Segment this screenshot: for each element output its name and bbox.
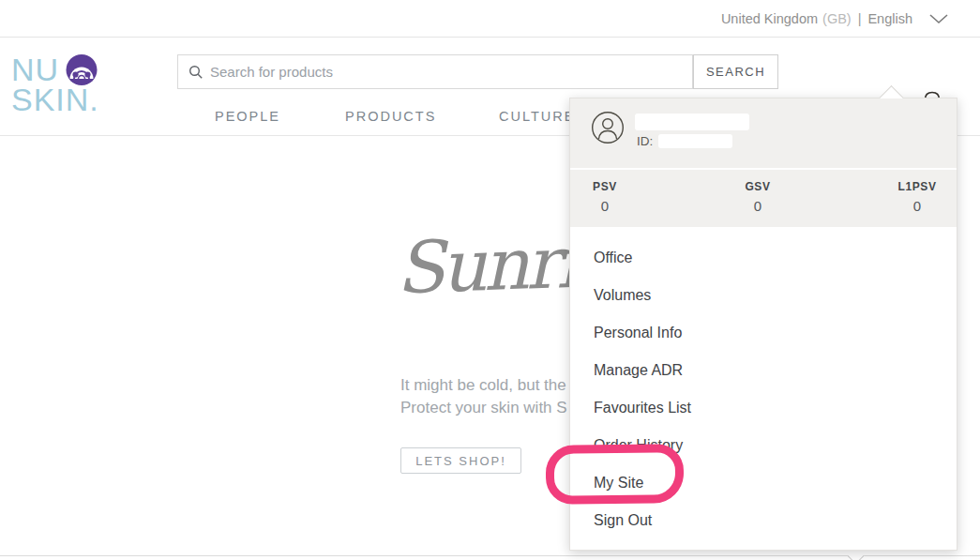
stat-l1psv-label: L1PSV — [897, 180, 936, 193]
search-input[interactable] — [178, 55, 692, 88]
nav-item-products[interactable]: PRODUCTS — [345, 109, 436, 124]
menu-item-volumes[interactable]: Volumes — [570, 277, 957, 314]
volume-stats: PSV 0 GSV 0 L1PSV 0 — [570, 170, 957, 227]
redacted-user-name — [635, 114, 749, 130]
stat-gsv-label: GSV — [745, 180, 770, 193]
search-box — [177, 54, 693, 89]
screen: United Kingdom (GB) | English NU SKIN. — [0, 0, 980, 560]
avatar — [591, 111, 625, 148]
locale-selector[interactable]: United Kingdom (GB) | English — [721, 0, 949, 38]
menu-item-my-site[interactable]: My Site — [570, 464, 957, 502]
locale-language: English — [867, 11, 912, 26]
search-button[interactable]: SEARCH — [693, 54, 778, 89]
account-menu-list: Office Volumes Personal Info Manage ADR … — [570, 227, 957, 550]
menu-item-sign-out[interactable]: Sign Out — [570, 502, 957, 539]
section-divider — [0, 555, 980, 556]
stat-psv: PSV 0 — [593, 180, 617, 214]
menu-item-office[interactable]: Office — [570, 239, 957, 277]
nav-item-culture[interactable]: CULTURE — [499, 109, 575, 124]
account-dropdown: ID: PSV 0 GSV 0 L1PSV 0 Office Volumes P… — [569, 98, 957, 551]
lets-shop-button[interactable]: LETS SHOP! — [400, 447, 521, 474]
stat-gsv: GSV 0 — [745, 180, 770, 214]
stat-l1psv: L1PSV 0 — [897, 180, 936, 214]
nuskin-logo-icon: NU SKIN. — [11, 54, 101, 116]
person-circle-icon — [591, 111, 625, 144]
nuskin-logo[interactable]: NU SKIN. — [11, 54, 101, 120]
stat-gsv-value: 0 — [745, 198, 770, 214]
stat-psv-label: PSV — [593, 180, 617, 193]
chevron-down-icon — [928, 13, 949, 24]
account-header: ID: — [570, 98, 957, 168]
hero-text-line2: Protect your skin with S — [400, 399, 567, 417]
locale-separator: | — [858, 11, 862, 26]
svg-text:SKIN.: SKIN. — [11, 82, 99, 116]
menu-item-order-history[interactable]: Order History — [570, 427, 957, 464]
nav-item-people[interactable]: PEOPLE — [215, 109, 280, 124]
menu-item-manage-adr[interactable]: Manage ADR — [570, 352, 957, 389]
stat-psv-value: 0 — [593, 198, 617, 214]
locale-country-code: (GB) — [822, 11, 852, 26]
menu-item-personal-info[interactable]: Personal Info — [570, 314, 957, 352]
user-id-label: ID: — [637, 134, 653, 148]
menu-item-favourites-list[interactable]: Favourites List — [570, 389, 957, 427]
stat-l1psv-value: 0 — [897, 198, 936, 214]
search-icon — [188, 65, 204, 80]
hero-text-line1: It might be cold, but the — [400, 376, 566, 395]
locale-bar: United Kingdom (GB) | English — [0, 0, 980, 38]
locale-country: United Kingdom — [721, 11, 818, 26]
redacted-user-id — [658, 134, 732, 148]
